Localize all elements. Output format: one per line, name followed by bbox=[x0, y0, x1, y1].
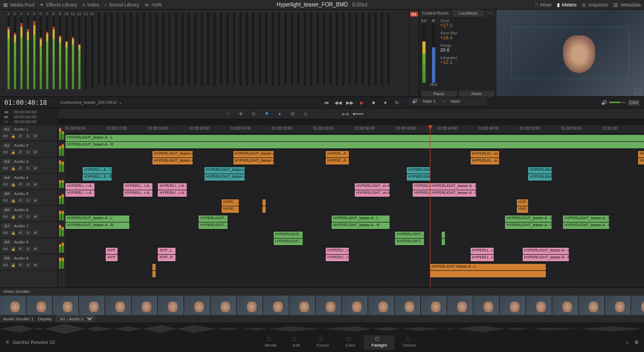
meters-tab[interactable]: ▮Meters bbox=[557, 2, 577, 8]
home-button[interactable]: ⌂ bbox=[626, 340, 629, 345]
flag-tool[interactable]: ⚑ bbox=[263, 110, 270, 118]
audio-clip[interactable] bbox=[152, 271, 156, 277]
audio-clip[interactable]: HYPERLI...r-A - R bbox=[158, 190, 187, 197]
mute-button[interactable]: M bbox=[32, 262, 39, 268]
audio-clip[interactable]: HYPERLIGHT teaser-A - L bbox=[430, 264, 546, 270]
audio-clip[interactable]: HYPERLIG...er-A - L bbox=[471, 151, 500, 157]
video-thumb[interactable] bbox=[368, 296, 394, 315]
mute-button[interactable]: M bbox=[32, 149, 39, 155]
solo-button[interactable]: S bbox=[25, 166, 31, 171]
audio-clip[interactable]: HYP...L bbox=[158, 248, 175, 254]
settings-button[interactable]: ⚙ bbox=[634, 340, 639, 345]
audio-clip[interactable]: HYPERLI...A - L bbox=[83, 167, 112, 174]
solo-button[interactable]: S bbox=[25, 182, 31, 187]
reset-button[interactable]: Reset bbox=[459, 91, 494, 97]
track-header-A2[interactable]: A2Audio 20.0🔒RSM bbox=[0, 141, 57, 157]
pause-button[interactable]: Pause bbox=[421, 91, 457, 97]
video-thumb[interactable] bbox=[184, 296, 210, 315]
audio-clip[interactable]: HYPERLIGHT_teaser-A - L bbox=[505, 215, 551, 222]
audio-clip[interactable]: HYPERLIGHT_teaser-A - L bbox=[152, 151, 193, 157]
video-thumb[interactable] bbox=[263, 296, 289, 315]
media-pool-tab[interactable]: ▦Media Pool bbox=[3, 2, 34, 8]
audio-clip[interactable]: HYP bbox=[106, 248, 118, 254]
metadata-tab[interactable]: ▤Metadata bbox=[613, 2, 641, 8]
volume-slider[interactable] bbox=[609, 102, 626, 103]
arm-button[interactable]: R bbox=[17, 262, 24, 268]
page-tab-fusion[interactable]: ▢Fusion bbox=[309, 334, 336, 350]
arm-button[interactable]: R bbox=[17, 198, 24, 203]
timeline-name-dropdown[interactable]: Conformed_teaser_20170912 ⌄ bbox=[58, 100, 122, 105]
audio-clip[interactable]: HY bbox=[638, 151, 644, 157]
audio-clip[interactable]: HYP... L bbox=[517, 199, 529, 206]
audio-clip[interactable]: HYPERLIGHT...er-A - R bbox=[355, 190, 390, 197]
zoom-tool[interactable]: ⟷ bbox=[341, 110, 349, 118]
marker-tool[interactable]: ✛ bbox=[237, 110, 245, 118]
video-thumb[interactable] bbox=[210, 296, 236, 315]
audio-clip[interactable]: HYPER...A - R bbox=[326, 158, 349, 164]
page-tab-media[interactable]: ▢Media bbox=[257, 334, 284, 350]
video-thumb[interactable] bbox=[342, 296, 368, 315]
audio-clip[interactable]: HYPERLIGHT_teaser-A - L bbox=[332, 215, 390, 222]
page-tab-edit[interactable]: ▢Edit bbox=[285, 334, 308, 350]
video-thumb[interactable] bbox=[158, 296, 184, 315]
lock-button[interactable]: 🔒 bbox=[10, 262, 16, 268]
rewind-button[interactable]: ⏮ bbox=[323, 99, 330, 106]
audio-scroller-select[interactable]: A1 - Audio 1 bbox=[56, 315, 94, 323]
track-header-A4[interactable]: A4Audio 40.0🔒RSM bbox=[0, 174, 57, 190]
solo-button[interactable]: S bbox=[25, 149, 31, 155]
solo-button[interactable]: S bbox=[25, 246, 31, 252]
pointer-tool[interactable]: ↖ bbox=[224, 110, 232, 118]
track-vol[interactable]: 0.0 bbox=[2, 214, 9, 219]
audio-clip[interactable]: HYPERLIGHT_teaser-A - R bbox=[65, 222, 129, 229]
mute-button[interactable]: M bbox=[32, 230, 39, 235]
audio-clip[interactable]: HYPERLIGHT... bbox=[407, 167, 430, 174]
video-viewer[interactable] bbox=[496, 10, 644, 96]
audio-clip[interactable]: HYPERLIGHT... bbox=[199, 215, 228, 222]
lock-button[interactable]: 🔒 bbox=[10, 133, 16, 139]
track-vol[interactable]: 0.0 bbox=[2, 149, 9, 155]
audio-clip[interactable]: HYPE... - L bbox=[222, 199, 239, 206]
audio-clip[interactable] bbox=[430, 271, 546, 277]
audio-clip[interactable]: HYPERLI...r-A - R bbox=[123, 190, 152, 197]
video-thumb[interactable] bbox=[447, 296, 473, 315]
adr-tab[interactable]: ≔ADR bbox=[144, 2, 162, 8]
audio-clip[interactable]: HYPERLIGHT_teaser-A - R bbox=[204, 174, 245, 181]
video-scroller[interactable] bbox=[0, 296, 644, 315]
audio-clip[interactable]: HYPERLIGHT_teaser-A - L bbox=[204, 167, 245, 174]
arm-button[interactable]: R bbox=[17, 214, 24, 219]
audio-clip[interactable]: HYPERLI...r-A - L bbox=[123, 183, 152, 190]
link-tool[interactable]: ⎘ bbox=[289, 110, 296, 118]
video-thumb[interactable] bbox=[631, 296, 644, 315]
arm-button[interactable]: R bbox=[17, 182, 24, 187]
marker-color[interactable]: ● bbox=[276, 110, 283, 118]
track-row-A4[interactable]: HYPERLI...r-A - LHYPERLI...r-A - RHYPERL… bbox=[65, 182, 644, 198]
audio-clip[interactable]: HYPERLIGHT_teaser-A - R bbox=[233, 158, 274, 164]
lock-button[interactable]: 🔒 bbox=[10, 182, 16, 187]
track-row-A3[interactable]: HYPERLI...A - LHYPERLI...A - RHYPERLIGHT… bbox=[65, 166, 644, 182]
solo-button[interactable]: S bbox=[25, 262, 31, 268]
page-tab-color[interactable]: ▢Color bbox=[338, 334, 363, 350]
mute-button[interactable]: M bbox=[32, 182, 39, 187]
audio-scroller[interactable] bbox=[0, 322, 644, 335]
audio-clip[interactable] bbox=[262, 199, 266, 206]
track-vol[interactable]: 0.0 bbox=[2, 198, 9, 203]
arm-button[interactable]: R bbox=[17, 133, 24, 139]
lock-button[interactable]: 🔒 bbox=[10, 230, 16, 235]
audio-clip[interactable]: HYPERLIGHT... bbox=[395, 239, 424, 245]
audio-clip[interactable]: HYPERLIGHT_teaser-A - L bbox=[523, 248, 569, 254]
solo-button[interactable]: S bbox=[25, 133, 31, 139]
video-thumb[interactable] bbox=[131, 296, 157, 315]
automation-tool[interactable]: ◇ bbox=[302, 110, 309, 118]
audio-clip[interactable]: HYPERLI...A - R bbox=[83, 174, 112, 181]
audio-clip[interactable]: HYPERLI...r-A bbox=[326, 248, 349, 254]
audio-clip[interactable]: HYPERLIGHT_teaser-A - R bbox=[430, 190, 476, 197]
mute-button[interactable]: M bbox=[32, 214, 39, 219]
track-vol[interactable]: 0.0 bbox=[2, 166, 9, 171]
video-thumb[interactable] bbox=[316, 296, 341, 315]
audio-clip[interactable]: HYPER...A - L bbox=[326, 151, 349, 157]
track-vol[interactable]: 0.0 bbox=[2, 262, 9, 268]
zoom-slider[interactable]: ●━━━ bbox=[354, 110, 362, 118]
playhead[interactable] bbox=[430, 125, 430, 288]
audio-clip[interactable]: HYPERLIGHT_teaser-A - R bbox=[523, 255, 569, 261]
track-header-A3[interactable]: A3Audio 30.0🔒RSM bbox=[0, 157, 57, 174]
